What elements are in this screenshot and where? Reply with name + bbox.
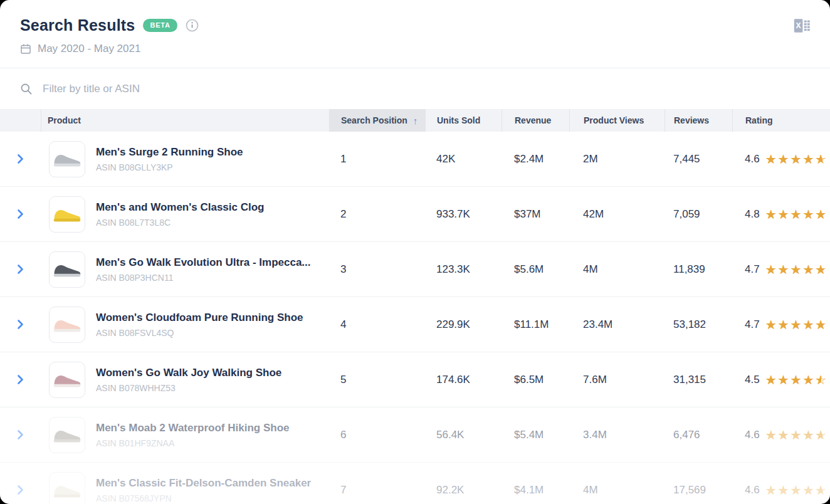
column-header-label: Search Position	[341, 115, 407, 125]
expand-chevron-icon[interactable]	[17, 264, 24, 275]
product-image	[49, 141, 85, 177]
cell-rating: 4.6 ☆☆☆☆☆ ★★★★★	[732, 153, 830, 165]
table-header: Product Search Position ↑ Units Sold Rev…	[0, 109, 830, 132]
cell-revenue: $5.6M	[502, 263, 569, 276]
product-image	[49, 472, 85, 504]
product-asin: ASIN B08L7T3L8C	[96, 218, 265, 228]
page-title: Search Results	[20, 16, 135, 34]
cell-rating: 4.5 ☆☆☆☆☆ ★★★★★	[732, 374, 830, 386]
star-rating-icon: ☆☆☆☆☆ ★★★★★	[765, 429, 828, 441]
cell-units-sold: 56.4K	[425, 429, 502, 441]
expand-chevron-icon[interactable]	[17, 485, 24, 495]
cell-units-sold: 92.2K	[425, 484, 502, 496]
sort-ascending-icon: ↑	[413, 115, 418, 126]
rating-value: 4.6	[745, 153, 760, 165]
filter-bar	[0, 68, 830, 109]
expand-chevron-icon[interactable]	[17, 209, 24, 219]
table-row: Men's Classic Fit-Delson-Camden Sneaker …	[0, 463, 830, 504]
rating-value: 4.7	[745, 318, 760, 331]
column-header-revenue[interactable]: Revenue	[502, 109, 569, 132]
expand-chevron-icon[interactable]	[17, 154, 24, 164]
cell-revenue: $2.4M	[502, 153, 569, 165]
product-title[interactable]: Men's Classic Fit-Delson-Camden Sneaker	[96, 476, 311, 490]
cell-product-views: 7.6M	[569, 374, 665, 386]
table-row: Men's Surge 2 Running Shoe ASIN B08GLLY3…	[0, 132, 830, 187]
cell-units-sold: 933.7K	[425, 208, 502, 221]
column-header-units-sold[interactable]: Units Sold	[425, 109, 502, 132]
column-header-rating[interactable]: Rating	[732, 109, 830, 132]
cell-product-views: 4M	[569, 263, 665, 276]
cell-units-sold: 174.6K	[425, 374, 502, 386]
product-title[interactable]: Men's Moab 2 Waterproof Hiking Shoe	[96, 421, 290, 434]
cell-search-position: 4	[329, 318, 425, 331]
cell-reviews: 7,059	[665, 208, 732, 221]
date-range: May 2020 - May 2021	[38, 43, 140, 55]
product-image	[49, 417, 85, 453]
beta-badge: BETA	[143, 19, 177, 32]
product-asin: ASIN B01HF9ZNAA	[96, 438, 290, 448]
product-title[interactable]: Men's and Women's Classic Clog	[96, 201, 265, 214]
product-asin: ASIN B07568JYPN	[96, 493, 311, 503]
rating-value: 4.7	[745, 263, 760, 276]
product-asin: ASIN B078WHHZ53	[96, 383, 281, 393]
header: Search Results BETA May 2020 - May 2021 …	[0, 0, 830, 68]
info-icon[interactable]	[186, 19, 199, 32]
cell-units-sold: 42K	[425, 153, 502, 165]
cell-reviews: 53,182	[665, 318, 732, 331]
cell-product-views: 42M	[569, 208, 665, 221]
product-title[interactable]: Women's Go Walk Joy Walking Shoe	[96, 366, 281, 379]
cell-revenue: $5.4M	[502, 429, 569, 441]
export-excel-button[interactable]: X	[791, 15, 812, 36]
cell-revenue: $6.5M	[502, 374, 569, 386]
cell-units-sold: 123.3K	[425, 263, 502, 276]
product-image	[49, 196, 85, 233]
star-rating-icon: ☆☆☆☆☆ ★★★★★	[765, 263, 828, 276]
rating-value: 4.8	[745, 208, 760, 221]
cell-search-position: 7	[329, 484, 425, 496]
expand-chevron-icon[interactable]	[17, 374, 24, 385]
cell-search-position: 3	[329, 263, 425, 276]
product-image	[49, 307, 85, 343]
column-header-product[interactable]: Product	[41, 109, 329, 132]
column-header-reviews[interactable]: Reviews	[665, 109, 732, 132]
product-asin: ASIN B08FSVL4SQ	[96, 328, 303, 338]
search-results-panel: Search Results BETA May 2020 - May 2021 …	[0, 0, 830, 504]
star-rating-icon: ☆☆☆☆☆ ★★★★★	[765, 208, 828, 221]
calendar-icon	[20, 43, 31, 55]
table-row: Men's and Women's Classic Clog ASIN B08L…	[0, 187, 830, 242]
product-title[interactable]: Women's Cloudfoam Pure Running Shoe	[96, 311, 303, 324]
cell-rating: 4.6 ☆☆☆☆☆ ★★★★★	[732, 429, 830, 441]
product-title[interactable]: Men's Go Walk Evolution Ultra - Impecca.…	[96, 256, 311, 269]
date-range-row: May 2020 - May 2021	[20, 43, 810, 55]
cell-product-views: 3.4M	[569, 429, 665, 441]
star-rating-icon: ☆☆☆☆☆ ★★★★★	[765, 484, 828, 496]
table-row: Men's Moab 2 Waterproof Hiking Shoe ASIN…	[0, 407, 830, 463]
cell-product-views: 2M	[569, 153, 665, 165]
product-asin: ASIN B08GLLY3KP	[96, 162, 243, 172]
product-image	[49, 362, 85, 398]
star-rating-icon: ☆☆☆☆☆ ★★★★★	[765, 374, 828, 386]
product-asin: ASIN B08P3HCN11	[96, 273, 311, 283]
product-title[interactable]: Men's Surge 2 Running Shoe	[96, 145, 243, 159]
cell-reviews: 7,445	[665, 153, 732, 165]
expand-chevron-icon[interactable]	[17, 429, 24, 440]
cell-search-position: 5	[329, 374, 425, 386]
expand-chevron-icon[interactable]	[17, 319, 24, 330]
table-row: Men's Go Walk Evolution Ultra - Impecca.…	[0, 242, 830, 297]
product-image	[49, 251, 85, 288]
svg-text:X: X	[796, 21, 802, 30]
cell-rating: 4.7 ☆☆☆☆☆ ★★★★★	[732, 318, 830, 331]
table-row: Women's Cloudfoam Pure Running Shoe ASIN…	[0, 297, 830, 352]
cell-reviews: 6,476	[665, 429, 732, 441]
search-icon	[20, 83, 33, 95]
cell-search-position: 2	[329, 208, 425, 221]
column-header-product-views[interactable]: Product Views	[569, 109, 665, 132]
cell-product-views: 23.4M	[569, 318, 665, 331]
rating-value: 4.6	[745, 429, 760, 441]
column-header-search-position[interactable]: Search Position ↑	[329, 109, 425, 132]
cell-revenue: $4.1M	[502, 484, 569, 496]
filter-input[interactable]	[41, 82, 810, 96]
cell-rating: 4.6 ☆☆☆☆☆ ★★★★★	[732, 484, 830, 496]
cell-rating: 4.8 ☆☆☆☆☆ ★★★★★	[732, 208, 830, 221]
cell-reviews: 17,569	[665, 484, 732, 496]
